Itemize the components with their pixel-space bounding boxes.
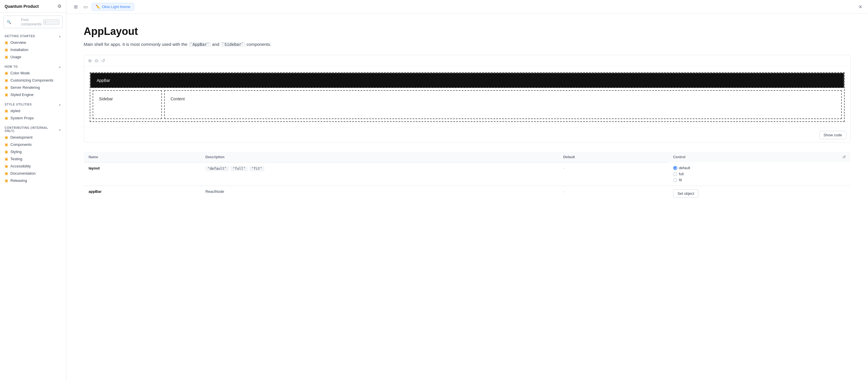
settings-icon[interactable]: ⚙: [57, 3, 61, 9]
nav-section-style-utilities[interactable]: STYLE UTILITIES ▲: [0, 101, 66, 107]
preview-footer: Show code: [84, 128, 850, 142]
chevron-icon: ▲: [58, 35, 61, 38]
page-icon: ▣: [5, 93, 8, 97]
close-icon[interactable]: ×: [859, 3, 862, 11]
prop-default-appbar: -: [563, 189, 564, 194]
reset-control-icon[interactable]: ↺: [842, 155, 846, 160]
col-header-description: Description: [201, 152, 559, 163]
page-icon: ▣: [5, 149, 8, 154]
radio-default[interactable]: default: [673, 166, 846, 170]
page-icon: ▣: [5, 135, 8, 139]
prop-value-chip: "fit": [249, 166, 264, 171]
grid-view-icon[interactable]: ⊞: [72, 3, 80, 11]
sidebar-item-usage[interactable]: ▣ Usage: [0, 53, 66, 61]
sidebar-item-styled[interactable]: ▣ styled: [0, 107, 66, 114]
preview-canvas: AppBar Sidebar Content: [84, 67, 850, 128]
theme-button[interactable]: ✏️ Okta Light theme: [92, 3, 134, 11]
main-panel: ⊞ ▭ ✏️ Okta Light theme × AppLayout Main…: [66, 0, 868, 381]
radio-dot-default: [673, 166, 677, 170]
sidebar-item-installation[interactable]: ▣ Installation: [0, 46, 66, 53]
page-icon: ▣: [5, 171, 8, 175]
preview-box: ⊕ ⊖ ↺ AppBar Sidebar Content: [84, 55, 851, 142]
sidebar-item-server-rendering[interactable]: ▣ Server Rendering: [0, 84, 66, 91]
split-view-icon[interactable]: ▭: [82, 3, 89, 11]
prop-name-layout: layout: [89, 166, 99, 170]
col-header-name: Name: [84, 152, 201, 163]
chevron-icon: ▲: [58, 65, 61, 68]
demo-appbar-label: AppBar: [97, 78, 110, 83]
sidebar-item-overview[interactable]: ▣ Overview: [0, 39, 66, 46]
table-row-appbar: appBar ReactNode - Set object: [84, 186, 851, 202]
sidebar-item-documentation[interactable]: ▣ Documentation: [0, 170, 66, 177]
prop-value-chip: "default": [206, 166, 229, 171]
chevron-icon: ▲: [58, 128, 61, 131]
demo-body: Sidebar Content: [90, 88, 844, 121]
sidebar-item-styled-engine[interactable]: ▣ Styled Engine: [0, 91, 66, 98]
page-icon: ▣: [5, 178, 8, 183]
sidebar: Quantum Product ⚙ 🔍 Find components / GE…: [0, 0, 66, 381]
page-icon: ▣: [5, 47, 8, 52]
col-header-control: Control ↺: [669, 152, 850, 162]
sidebar-item-system-props[interactable]: ▣ System Props: [0, 114, 66, 122]
page-icon: ▣: [5, 116, 8, 120]
sidebar-item-accessibility[interactable]: ▣ Accessibility: [0, 163, 66, 170]
page-title: AppLayout: [84, 25, 851, 37]
prop-desc-appbar: ReactNode: [206, 189, 224, 194]
page-description: Main shell for apps. It is most commonly…: [84, 41, 851, 48]
sidebar-item-releasing[interactable]: ▣ Releasing: [0, 177, 66, 184]
search-shortcut: /: [43, 19, 59, 25]
table-row-layout: layout "default" "full" "fit" -: [84, 162, 851, 186]
demo-applayout: AppBar Sidebar Content: [90, 72, 845, 122]
sidebar-title: Quantum Product: [5, 4, 39, 9]
radio-group-layout: default full fit: [673, 166, 846, 182]
topbar-left: ⊞ ▭ ✏️ Okta Light theme: [72, 3, 134, 11]
page-icon: ▣: [5, 164, 8, 168]
page-icon: ▣: [5, 142, 8, 147]
prop-value-chip: "full": [230, 166, 248, 171]
page-icon: ▣: [5, 157, 8, 161]
preview-toolbar: ⊕ ⊖ ↺: [84, 55, 850, 67]
zoom-in-icon[interactable]: ⊕: [88, 58, 92, 63]
search-bar[interactable]: 🔍 Find components /: [3, 15, 63, 28]
prop-values-layout: "default" "full" "fit": [206, 166, 554, 171]
show-code-button[interactable]: Show code: [819, 131, 846, 139]
demo-sidebar: Sidebar: [93, 90, 162, 119]
col-header-default: Default: [559, 152, 669, 163]
pencil-icon: ✏️: [95, 5, 100, 9]
page-icon: ▣: [5, 55, 8, 59]
prop-name-appbar: appBar: [89, 189, 101, 194]
content-area: AppLayout Main shell for apps. It is mos…: [66, 14, 868, 381]
search-icon: 🔍: [7, 20, 19, 24]
sidebar-item-customizing-components[interactable]: ▣ Customizing Components: [0, 77, 66, 84]
prop-default-layout: -: [563, 166, 564, 170]
search-placeholder: Find components: [21, 18, 41, 26]
sidebar-item-development[interactable]: ▣ Development: [0, 134, 66, 141]
sidebar-item-color-mode[interactable]: ▣ Color Mode: [0, 69, 66, 77]
radio-fit[interactable]: fit: [673, 178, 846, 182]
demo-content: Content: [164, 90, 842, 119]
page-icon: ▣: [5, 40, 8, 45]
chevron-icon: ▲: [58, 103, 61, 106]
demo-sidebar-label: Sidebar: [99, 97, 113, 101]
page-icon: ▣: [5, 109, 8, 113]
reset-zoom-icon[interactable]: ↺: [101, 58, 105, 63]
page-icon: ▣: [5, 85, 8, 90]
topbar: ⊞ ▭ ✏️ Okta Light theme ×: [66, 0, 868, 14]
demo-content-label: Content: [170, 97, 185, 101]
nav-section-contributing[interactable]: CONTRIBUTING (INTERNAL ONLY) ▲: [0, 124, 66, 134]
nav-section-how-to[interactable]: HOW TO ▲: [0, 63, 66, 69]
props-table: Name Description Default Control ↺ layou…: [84, 151, 851, 202]
radio-dot-full: [673, 172, 677, 176]
page-icon: ▣: [5, 71, 8, 75]
sidebar-item-testing[interactable]: ▣ Testing: [0, 155, 66, 163]
set-object-button[interactable]: Set object: [673, 189, 699, 198]
sidebar-item-styling[interactable]: ▣ Styling: [0, 148, 66, 155]
page-icon: ▣: [5, 78, 8, 82]
demo-appbar: AppBar: [90, 73, 844, 88]
sidebar-item-components[interactable]: ▣ Components: [0, 141, 66, 148]
nav-section-getting-started[interactable]: GETTING STARTED ▲: [0, 32, 66, 39]
radio-dot-fit: [673, 178, 677, 182]
zoom-out-icon[interactable]: ⊖: [95, 58, 98, 63]
theme-label: Okta Light theme: [102, 5, 130, 9]
radio-full[interactable]: full: [673, 172, 846, 176]
